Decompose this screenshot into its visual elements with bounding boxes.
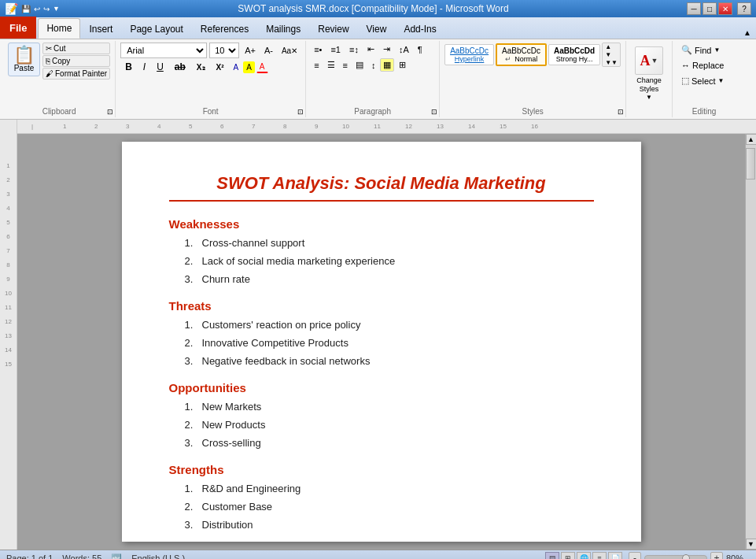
close-button[interactable]: ✕ <box>718 2 732 15</box>
change-styles-label: ChangeStyles <box>636 76 662 94</box>
section-threats-heading: Threats <box>169 299 594 313</box>
tab-references[interactable]: References <box>192 18 257 39</box>
zoom-slider[interactable] <box>644 555 707 559</box>
vertical-scrollbar[interactable]: ▲ ▼ <box>745 134 756 550</box>
scroll-up-button[interactable]: ▲ <box>746 134 757 145</box>
zoom-out-button[interactable]: - <box>629 552 641 559</box>
zoom-thumb[interactable] <box>682 554 690 559</box>
ribbon-tabs: File Home Insert Page Layout References … <box>0 17 756 39</box>
numbering-button[interactable]: ≡1 <box>327 43 344 56</box>
decrease-indent-button[interactable]: ⇤ <box>364 43 378 56</box>
font-name-select[interactable]: Arial <box>120 43 207 58</box>
format-painter-icon: 🖌 <box>46 69 53 78</box>
tab-insert[interactable]: Insert <box>80 18 121 39</box>
font-color-button[interactable]: A <box>256 61 268 73</box>
clear-formatting-button[interactable]: Aa✕ <box>278 45 301 57</box>
multilevel-list-button[interactable]: ≡↕ <box>346 43 362 56</box>
tab-view[interactable]: View <box>358 18 396 39</box>
select-button[interactable]: ⬚ Select ▼ <box>677 73 731 88</box>
list-item: 2.Customer Base <box>185 501 594 513</box>
list-item: 1.Cross-channel support <box>185 237 594 249</box>
quick-access-undo[interactable]: ↩ <box>34 5 40 13</box>
quick-access-more[interactable]: ▼ <box>53 5 60 13</box>
text-effects-button[interactable]: A <box>230 61 242 73</box>
change-styles-button[interactable]: A ▼ ChangeStyles ▼ <box>629 43 669 105</box>
print-layout-view-btn[interactable]: ▤ <box>545 552 559 559</box>
style-hyperlink[interactable]: AaBbCcDc Hyperlink <box>444 44 494 65</box>
replace-button[interactable]: ↔ Replace <box>677 58 731 72</box>
draft-view-btn[interactable]: 📄 <box>608 552 622 559</box>
spell-check-icon[interactable]: 🔤 <box>111 553 122 559</box>
style-normal[interactable]: AaBbCcDc ↵ Normal <box>496 43 547 66</box>
font-size-select[interactable]: 10 <box>209 43 239 58</box>
increase-indent-button[interactable]: ⇥ <box>380 43 393 56</box>
paragraph-expand-icon[interactable]: ⊡ <box>431 108 437 116</box>
shading-button[interactable]: ▦ <box>380 58 394 72</box>
web-layout-view-btn[interactable]: 🌐 <box>577 552 591 559</box>
document-scroll[interactable]: SWOT Analysis: Social Media Marketing We… <box>17 134 745 550</box>
font-group-label: Font <box>116 107 305 116</box>
strikethrough-button[interactable]: ab <box>170 60 190 74</box>
underline-button[interactable]: U <box>152 60 168 74</box>
tab-home[interactable]: Home <box>38 18 80 39</box>
scroll-track[interactable] <box>746 145 756 539</box>
font-expand-icon[interactable]: ⊡ <box>297 108 304 116</box>
find-icon: 🔍 <box>681 45 692 55</box>
borders-button[interactable]: ⊞ <box>396 58 409 72</box>
quick-access-save[interactable]: 💾 <box>21 5 31 13</box>
tab-file[interactable]: File <box>0 17 36 39</box>
zoom-in-button[interactable]: + <box>710 552 723 559</box>
quick-access-redo[interactable]: ↪ <box>43 5 50 13</box>
copy-icon: ⎘ <box>46 57 50 65</box>
font-group: Arial 10 A+ A- Aa✕ B I U ab X₂ X² A A A … <box>116 41 306 117</box>
superscript-button[interactable]: X² <box>212 61 229 73</box>
scroll-down-button[interactable]: ▼ <box>746 539 757 550</box>
document-page[interactable]: SWOT Analysis: Social Media Marketing We… <box>122 142 641 542</box>
highlight-button[interactable]: A <box>243 61 255 73</box>
font-grow-button[interactable]: A+ <box>242 44 259 57</box>
line-spacing-button[interactable]: ↕ <box>368 59 379 72</box>
align-center-button[interactable]: ☰ <box>324 58 338 72</box>
tab-review[interactable]: Review <box>309 18 357 39</box>
justify-button[interactable]: ▤ <box>352 58 367 72</box>
format-painter-button[interactable]: 🖌 Format Painter <box>42 68 110 80</box>
tab-page-layout[interactable]: Page Layout <box>121 18 191 39</box>
bullets-button[interactable]: ≡• <box>311 43 325 56</box>
ribbon-collapse-btn[interactable]: ▲ <box>742 27 753 39</box>
scroll-area: SWOT Analysis: Social Media Marketing We… <box>17 134 756 550</box>
subscript-button[interactable]: X₂ <box>192 61 210 73</box>
change-styles-arrow: ▼ <box>646 94 652 101</box>
full-screen-view-btn[interactable]: ⊞ <box>561 552 575 559</box>
styles-scroll[interactable]: ▲ ▼ ▼▼ <box>602 43 621 67</box>
outline-view-btn[interactable]: ≡ <box>592 552 607 559</box>
sort-button[interactable]: ↕A <box>396 43 412 56</box>
list-item: 3.Distribution <box>185 519 594 531</box>
style-strong[interactable]: AaBbCcDd Strong Hy... <box>548 44 600 65</box>
align-left-button[interactable]: ≡ <box>311 59 322 72</box>
clipboard-expand-icon[interactable]: ⊡ <box>107 108 113 116</box>
find-button[interactable]: 🔍 Find ▼ <box>677 43 731 57</box>
language[interactable]: English (U.S.) <box>131 553 185 559</box>
list-item: 2.Innovative Competitive Products <box>185 337 594 349</box>
tab-mailings[interactable]: Mailings <box>257 18 309 39</box>
styles-expand-icon[interactable]: ⊡ <box>618 108 624 116</box>
clipboard-label: Clipboard <box>3 107 115 116</box>
bold-button[interactable]: B <box>120 60 137 74</box>
minimize-button[interactable]: ─ <box>687 2 701 15</box>
tab-add-ins[interactable]: Add-Ins <box>395 18 444 39</box>
scroll-thumb[interactable] <box>746 148 755 180</box>
maximize-button[interactable]: □ <box>703 2 717 15</box>
list-item: 2.New Products <box>185 419 594 431</box>
show-marks-button[interactable]: ¶ <box>415 43 426 56</box>
list-item: 1.R&D and Engineering <box>185 483 594 494</box>
font-shrink-button[interactable]: A- <box>261 44 276 57</box>
italic-button[interactable]: I <box>138 60 150 74</box>
copy-button[interactable]: ⎘ Copy <box>42 55 110 67</box>
threats-list: 1.Customers' reaction on price policy 2.… <box>185 319 594 367</box>
cut-button[interactable]: ✂ Cut <box>42 43 110 54</box>
help-button[interactable]: ? <box>737 2 751 15</box>
align-right-button[interactable]: ≡ <box>340 59 351 72</box>
paragraph-group-label: Paragraph <box>306 107 439 116</box>
zoom-level[interactable]: 80% <box>726 553 750 559</box>
paste-button[interactable]: 📋 Paste <box>8 43 40 76</box>
